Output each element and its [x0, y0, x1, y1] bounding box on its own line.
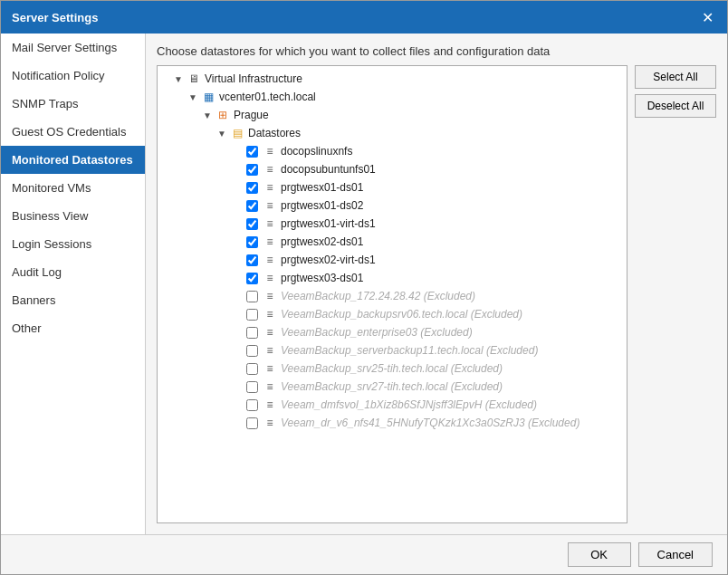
datastore-icon: ≡	[263, 271, 277, 285]
tree-node-label: prgtwesx03-ds01	[281, 272, 363, 284]
sidebar-item-audit-log[interactable]: Audit Log	[1, 258, 145, 286]
datastore-icon: ≡	[263, 144, 277, 158]
sidebar-item-monitored-datastores[interactable]: Monitored Datastores	[1, 146, 145, 174]
collapse-icon[interactable]: ▼	[172, 72, 185, 85]
sidebar: Mail Server SettingsNotification PolicyS…	[1, 34, 146, 534]
sidebar-item-mail-server[interactable]: Mail Server Settings	[1, 34, 145, 62]
datastore-icon: ≡	[263, 325, 277, 340]
tree-row: ▼▤Datastores	[158, 124, 627, 142]
tree-row: ≡VeeamBackup_srv25-tih.tech.local (Exclu…	[158, 359, 627, 378]
tree-row: ≡VeeamBackup_backupsrv06.tech.local (Exc…	[158, 305, 627, 323]
datastore-checkbox[interactable]	[244, 289, 259, 303]
collapse-icon[interactable]: ▼	[201, 109, 214, 121]
folder-icon: ▤	[230, 126, 244, 140]
spacer-icon	[230, 398, 243, 411]
datastore-icon: ≡	[263, 343, 277, 358]
tree-node-label: VeeamBackup_172.24.28.42 (Excluded)	[281, 290, 475, 302]
sidebar-item-banners[interactable]: Banners	[1, 286, 145, 314]
sidebar-item-guest-os[interactable]: Guest OS Credentials	[1, 118, 145, 146]
tree-row: ▼🖥Virtual Infrastructure	[158, 70, 627, 88]
tree-row: ≡prgtwesx02-virt-ds1	[158, 251, 627, 269]
main-header: Choose datastores for which you want to …	[157, 44, 716, 58]
tree-node-label: VeeamBackup_srv25-tih.tech.local (Exclud…	[281, 362, 503, 375]
tree-panel[interactable]: ▼🖥Virtual Infrastructure▼▦vcenter01.tech…	[157, 65, 627, 523]
title-bar: Server Settings ✕	[1, 1, 727, 34]
datastore-checkbox[interactable]	[244, 398, 259, 412]
datacenter-icon: ⊞	[216, 108, 230, 122]
tree-node-label: docopsubuntunfs01	[281, 163, 376, 176]
datastore-icon: ≡	[263, 416, 277, 430]
sidebar-item-monitored-vms[interactable]: Monitored VMs	[1, 174, 145, 202]
spacer-icon	[230, 362, 243, 375]
ok-button[interactable]: OK	[568, 542, 631, 567]
tree-node-label: prgtwesx02-virt-ds1	[281, 254, 376, 266]
datastore-checkbox[interactable]	[244, 325, 259, 340]
datastore-checkbox[interactable]	[244, 198, 259, 213]
tree-node-label: prgtwesx01-ds01	[281, 181, 363, 194]
server-settings-dialog: Server Settings ✕ Mail Server SettingsNo…	[0, 0, 728, 575]
main-content: Choose datastores for which you want to …	[146, 34, 727, 534]
spacer-icon	[230, 181, 243, 194]
datastore-checkbox[interactable]	[244, 253, 259, 267]
datastore-icon: ≡	[263, 198, 277, 213]
datastore-checkbox[interactable]	[244, 144, 259, 158]
cancel-button[interactable]: Cancel	[638, 542, 713, 567]
tree-node-label: Prague	[234, 109, 269, 121]
datastore-checkbox[interactable]	[244, 343, 259, 358]
tree-node-label: Virtual Infrastructure	[205, 72, 302, 85]
tree-row: ≡VeeamBackup_enterprise03 (Excluded)	[158, 323, 627, 341]
tree-row: ≡prgtwesx01-ds02	[158, 196, 627, 215]
datastore-checkbox[interactable]	[244, 379, 259, 394]
spacer-icon	[230, 199, 243, 212]
datastore-checkbox[interactable]	[244, 235, 259, 249]
datastore-icon: ≡	[263, 289, 277, 303]
dialog-title: Server Settings	[12, 11, 98, 24]
deselect-all-button[interactable]: Deselect All	[635, 94, 716, 118]
side-buttons: Select All Deselect All	[635, 65, 716, 523]
tree-row: ≡VeeamBackup_172.24.28.42 (Excluded)	[158, 287, 627, 305]
datastore-checkbox[interactable]	[244, 162, 259, 177]
content-area: ▼🖥Virtual Infrastructure▼▦vcenter01.tech…	[157, 65, 716, 523]
tree-node-label: docopslinuxnfs	[281, 145, 352, 158]
sidebar-item-login-sessions[interactable]: Login Sessions	[1, 230, 145, 258]
tree-node-label: VeeamBackup_enterprise03 (Excluded)	[281, 326, 473, 339]
datastore-checkbox[interactable]	[244, 416, 259, 430]
dialog-body: Mail Server SettingsNotification PolicyS…	[1, 34, 727, 534]
tree-row: ≡docopslinuxnfs	[158, 142, 627, 160]
collapse-icon[interactable]: ▼	[216, 127, 228, 139]
tree-node-label: VeeamBackup_srv27-tih.tech.local (Exclud…	[281, 380, 503, 393]
datastore-icon: ≡	[263, 379, 277, 394]
datastore-icon: ≡	[263, 398, 277, 412]
spacer-icon	[230, 272, 243, 284]
datastore-checkbox[interactable]	[244, 180, 259, 195]
select-all-button[interactable]: Select All	[635, 65, 716, 89]
datastore-checkbox[interactable]	[244, 307, 259, 321]
datastore-checkbox[interactable]	[244, 361, 259, 376]
tree-row: ≡VeeamBackup_serverbackup11.tech.local (…	[158, 341, 627, 359]
tree-row: ≡docopsubuntunfs01	[158, 160, 627, 178]
spacer-icon	[230, 326, 243, 339]
tree-row: ≡VeeamBackup_srv27-tih.tech.local (Exclu…	[158, 378, 627, 396]
sidebar-item-business-view[interactable]: Business View	[1, 202, 145, 230]
sidebar-item-snmp-traps[interactable]: SNMP Traps	[1, 90, 145, 118]
spacer-icon	[230, 417, 243, 429]
datastore-checkbox[interactable]	[244, 216, 259, 231]
server-icon: 🖥	[187, 72, 201, 86]
datastore-icon: ≡	[263, 162, 277, 177]
datastore-icon: ≡	[263, 216, 277, 231]
tree-row: ≡Veeam_dmfsvol_1bXiz8b6SfJNjsff3lEpvH (E…	[158, 396, 627, 414]
collapse-icon[interactable]: ▼	[187, 91, 199, 103]
tree-node-label: VeeamBackup_backupsrv06.tech.local (Excl…	[281, 308, 522, 321]
spacer-icon	[230, 380, 243, 393]
spacer-icon	[230, 290, 243, 302]
spacer-icon	[230, 254, 243, 266]
tree-row: ≡prgtwesx02-ds01	[158, 233, 627, 251]
sidebar-item-other[interactable]: Other	[1, 314, 145, 342]
sidebar-item-notification-policy[interactable]: Notification Policy	[1, 62, 145, 90]
tree-node-label: prgtwesx01-ds02	[281, 199, 363, 212]
datastore-icon: ≡	[263, 180, 277, 195]
tree-node-label: VeeamBackup_serverbackup11.tech.local (E…	[281, 344, 538, 357]
datastore-checkbox[interactable]	[244, 271, 259, 285]
datastore-icon: ≡	[263, 235, 277, 249]
close-button[interactable]: ✕	[698, 8, 716, 26]
